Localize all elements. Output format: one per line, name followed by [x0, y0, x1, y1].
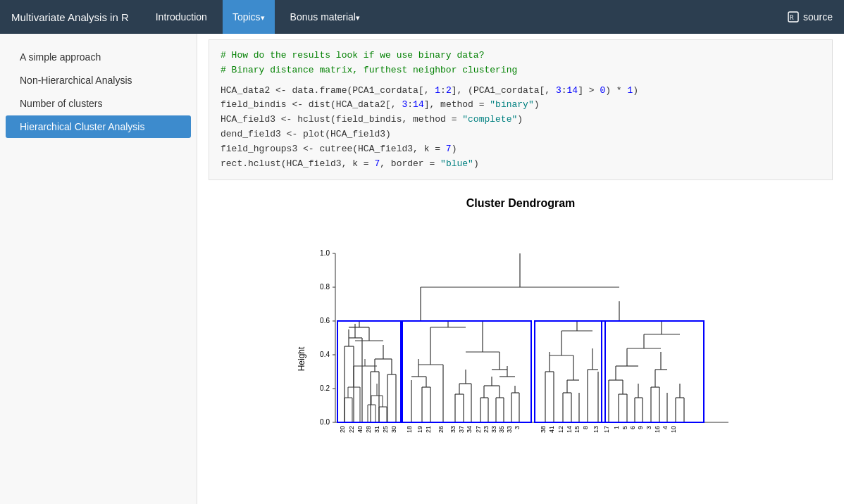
svg-text:41: 41 — [548, 426, 555, 433]
svg-text:12: 12 — [557, 426, 564, 433]
svg-text:33: 33 — [449, 426, 457, 433]
svg-text:30: 30 — [390, 426, 397, 433]
code-block: # How do the results look if we use bina… — [209, 39, 833, 180]
svg-text:18: 18 — [406, 426, 413, 433]
svg-text:4: 4 — [662, 426, 669, 429]
source-link[interactable]: R source — [788, 11, 833, 23]
navbar: Multivariate Analysis in R Introduction … — [0, 0, 844, 34]
page-body: A simple approach Non-Hierarchical Analy… — [0, 34, 844, 504]
sidebar: A simple approach Non-Hierarchical Analy… — [0, 34, 197, 504]
svg-text:14: 14 — [566, 426, 573, 433]
svg-text:28: 28 — [365, 426, 372, 433]
svg-text:8: 8 — [582, 426, 589, 429]
topics-dropdown-chevron — [261, 11, 265, 23]
svg-text:0.4: 0.4 — [320, 351, 330, 358]
leaf-labels: 20 22 40 28 31 25 30 18 19 21 26 33 37 3… — [339, 426, 677, 433]
code-line-5: field_hgroups3 <- cutree(HCA_field3, k =… — [221, 144, 457, 154]
svg-text:26: 26 — [437, 426, 445, 433]
svg-text:1: 1 — [613, 426, 620, 429]
sidebar-item-simple-approach[interactable]: A simple approach — [6, 46, 191, 68]
svg-text:22: 22 — [348, 426, 355, 433]
cluster-box-4 — [602, 321, 704, 422]
svg-text:40: 40 — [356, 426, 364, 433]
code-line-6: rect.hclust(HCA_field3, k = 7, border = … — [221, 158, 479, 169]
svg-text:31: 31 — [373, 426, 380, 433]
sidebar-item-hierarchical[interactable]: Hierarchical Cluster Analysis — [6, 115, 191, 138]
svg-text:34: 34 — [466, 426, 473, 433]
svg-text:20: 20 — [339, 426, 346, 433]
bonus-dropdown-chevron — [356, 11, 360, 23]
main-content: # How do the results look if we use bina… — [197, 34, 844, 504]
navbar-brand[interactable]: Multivariate Analysis in R — [11, 11, 129, 23]
code-line-4: dend_field3 <- plot(HCA_field3) — [221, 129, 391, 139]
svg-text:33: 33 — [506, 426, 513, 433]
svg-text:19: 19 — [416, 426, 423, 433]
nav-introduction[interactable]: Introduction — [146, 0, 217, 34]
svg-text:25: 25 — [382, 426, 389, 433]
svg-text:35: 35 — [498, 426, 505, 433]
svg-text:27: 27 — [475, 426, 482, 433]
svg-text:0.6: 0.6 — [320, 317, 330, 325]
svg-text:15: 15 — [573, 426, 581, 433]
nav-topics[interactable]: Topics — [223, 0, 275, 34]
svg-text:0.2: 0.2 — [320, 384, 330, 392]
code-line-3: HCA_field3 <- hclust(field_bindis, metho… — [221, 114, 523, 125]
svg-text:0.8: 0.8 — [320, 283, 330, 291]
nav-bonus[interactable]: Bonus material — [280, 0, 370, 34]
svg-text:17: 17 — [603, 426, 610, 433]
svg-text:38: 38 — [540, 426, 547, 433]
code-comment-1: # How do the results look if we use bina… — [221, 50, 484, 61]
dendrogram-title: Cluster Dendrogram — [466, 197, 576, 210]
dendrogram-section: Cluster Dendrogram Height 0.0 — [197, 186, 844, 477]
svg-text:5: 5 — [621, 426, 628, 429]
code-line-2: field_bindis <- dist(HCA_data2[, 3:14], … — [221, 99, 540, 110]
cluster-box-1 — [337, 321, 402, 422]
svg-text:16: 16 — [654, 426, 661, 433]
svg-text:21: 21 — [425, 426, 432, 433]
sidebar-item-non-hierarchical[interactable]: Non-Hierarchical Analysis — [6, 69, 191, 92]
code-line-1: HCA_data2 <- data.frame(PCA1_cordata[, 1… — [221, 85, 638, 96]
svg-text:37: 37 — [458, 426, 465, 433]
svg-text:10: 10 — [670, 426, 677, 433]
svg-text:3: 3 — [514, 426, 521, 429]
svg-text:23: 23 — [483, 426, 490, 433]
svg-text:0.0: 0.0 — [320, 418, 330, 426]
svg-text:3: 3 — [645, 426, 652, 429]
svg-text:33: 33 — [490, 426, 497, 433]
dendrogram-svg: Height 0.0 0.2 0.4 0.6 0. — [292, 218, 750, 472]
svg-text:9: 9 — [637, 426, 644, 429]
code-comment-2: # Binary distance matrix, furthest neigh… — [221, 65, 517, 75]
y-axis-label: Height — [297, 346, 306, 371]
svg-text:6: 6 — [629, 426, 636, 429]
svg-text:13: 13 — [592, 426, 600, 433]
svg-text:R: R — [790, 14, 794, 21]
sidebar-item-number-clusters[interactable]: Number of clusters — [6, 92, 191, 115]
source-icon: R — [788, 11, 799, 23]
dendrogram-tree — [345, 253, 684, 422]
svg-text:1.0: 1.0 — [320, 249, 330, 257]
